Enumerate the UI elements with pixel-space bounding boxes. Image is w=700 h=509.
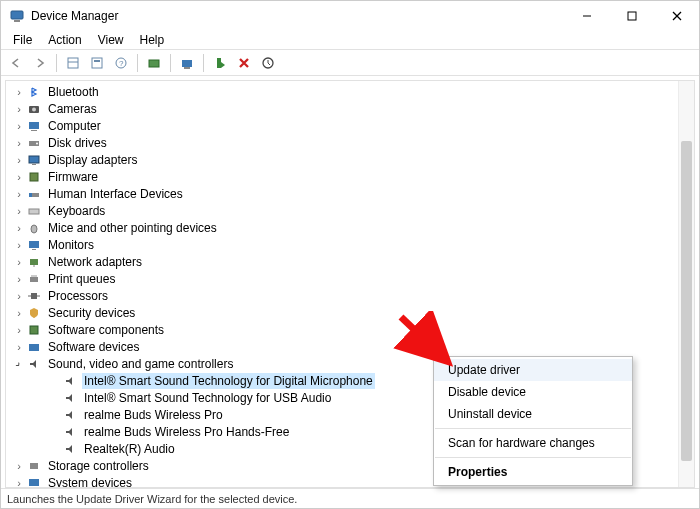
svg-rect-32 [30,259,38,265]
scan-hardware-button[interactable] [257,52,279,74]
storage-icon [26,458,42,474]
expand-icon[interactable]: › [12,101,26,117]
category-display-adapters[interactable]: ›Display adapters [6,151,694,168]
expand-icon[interactable]: › [12,322,26,338]
expand-icon[interactable]: › [12,458,26,474]
expand-icon[interactable]: › [12,84,26,100]
show-hide-button[interactable] [62,52,84,74]
svg-rect-25 [30,173,38,181]
category-cameras[interactable]: ›Cameras [6,100,694,117]
scan-button[interactable] [143,52,165,74]
svg-rect-27 [29,193,32,197]
category-computer[interactable]: ›Computer [6,117,694,134]
svg-rect-24 [32,164,36,165]
expand-icon[interactable]: › [12,339,26,355]
expand-icon[interactable]: › [12,169,26,185]
bluetooth-icon [26,84,42,100]
svg-rect-12 [149,60,159,67]
svg-rect-0 [11,11,23,19]
sound-device-icon [62,407,78,423]
enable-device-button[interactable] [209,52,231,74]
expand-icon[interactable]: › [12,254,26,270]
category-software-components[interactable]: ›Software components [6,321,694,338]
svg-rect-31 [32,249,36,250]
cpu-icon [26,288,42,304]
software-dev-icon [26,339,42,355]
svg-point-29 [31,225,37,233]
toolbar: ? [1,50,699,76]
vertical-scrollbar[interactable] [678,81,694,487]
category-bluetooth[interactable]: ›Bluetooth [6,83,694,100]
svg-rect-30 [29,241,39,248]
scrollbar-thumb[interactable] [681,141,692,461]
svg-rect-1 [14,20,20,22]
printer-icon [26,271,42,287]
keyboard-icon [26,203,42,219]
maximize-button[interactable] [609,1,654,31]
context-uninstall-device[interactable]: Uninstall device [434,403,632,425]
expand-icon[interactable]: › [12,475,26,489]
expand-icon[interactable]: › [12,203,26,219]
uninstall-button[interactable] [233,52,255,74]
svg-rect-35 [31,275,37,277]
svg-rect-39 [30,326,38,334]
svg-rect-36 [31,293,37,299]
sound-device-icon [62,390,78,406]
menu-action[interactable]: Action [40,31,89,49]
titlebar: Device Manager [1,1,699,31]
properties-icon[interactable] [86,52,108,74]
back-button[interactable] [5,52,27,74]
mouse-icon [26,220,42,236]
app-icon [9,8,25,24]
expand-icon[interactable]: › [12,186,26,202]
help-icon[interactable]: ? [110,52,132,74]
expand-icon[interactable]: › [12,288,26,304]
svg-rect-43 [32,487,36,488]
minimize-button[interactable] [564,1,609,31]
expand-icon[interactable]: › [12,220,26,236]
context-update-driver[interactable]: Update driver [434,359,632,381]
context-separator [435,428,631,429]
category-monitors[interactable]: ›Monitors [6,236,694,253]
sound-device-icon [62,441,78,457]
network-icon [26,254,42,270]
category-firmware[interactable]: ›Firmware [6,168,694,185]
menu-view[interactable]: View [90,31,132,49]
update-driver-toolbar-button[interactable] [176,52,198,74]
category-hid[interactable]: ›Human Interface Devices [6,185,694,202]
category-print-queues[interactable]: ›Print queues [6,270,694,287]
svg-rect-15 [217,58,221,68]
category-security[interactable]: ›Security devices [6,304,694,321]
svg-rect-34 [30,277,38,282]
category-network[interactable]: ›Network adapters [6,253,694,270]
toolbar-separator [137,54,138,72]
category-disk-drives[interactable]: ›Disk drives [6,134,694,151]
forward-button[interactable] [29,52,51,74]
category-keyboards[interactable]: ›Keyboards [6,202,694,219]
close-button[interactable] [654,1,699,31]
toolbar-separator [203,54,204,72]
expand-icon[interactable]: › [12,305,26,321]
toolbar-separator [56,54,57,72]
expand-icon[interactable]: › [12,152,26,168]
category-mice[interactable]: ›Mice and other pointing devices [6,219,694,236]
svg-rect-14 [184,67,190,69]
expand-icon[interactable]: › [12,135,26,151]
context-properties[interactable]: Properties [434,461,632,483]
category-software-devices[interactable]: ›Software devices [6,338,694,355]
expand-icon[interactable]: › [12,271,26,287]
expand-icon[interactable]: › [12,237,26,253]
menubar: File Action View Help [1,31,699,50]
device-manager-window: Device Manager File Action View Help ? [0,0,700,509]
sound-device-icon [62,424,78,440]
expand-icon[interactable]: › [12,118,26,134]
svg-rect-40 [29,344,39,351]
menu-file[interactable]: File [5,31,40,49]
context-separator [435,457,631,458]
context-disable-device[interactable]: Disable device [434,381,632,403]
disk-icon [26,135,42,151]
category-processors[interactable]: ›Processors [6,287,694,304]
status-text: Launches the Update Driver Wizard for th… [7,493,297,505]
context-scan-hardware[interactable]: Scan for hardware changes [434,432,632,454]
menu-help[interactable]: Help [132,31,173,49]
